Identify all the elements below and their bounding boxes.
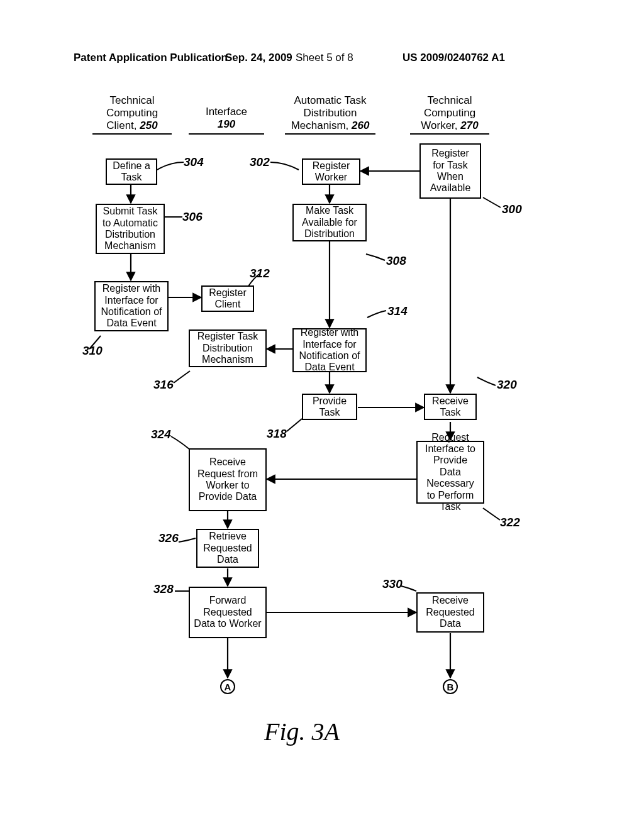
box-request-interface: Request Interface to Provide Data Necess… bbox=[416, 441, 484, 504]
box-receive-task: Receive Task bbox=[424, 394, 477, 420]
header-publication: Patent Application Publication bbox=[74, 52, 228, 64]
ref-326: 326 bbox=[158, 531, 179, 545]
header-number: US 2009/0240762 A1 bbox=[402, 52, 505, 64]
ref-320: 320 bbox=[497, 378, 517, 392]
box-forward-data: Forward Requested Data to Worker bbox=[189, 587, 267, 638]
lane-mechanism-header: Automatic Task Distribution Mechanism, 2… bbox=[283, 94, 377, 132]
header-date: Sep. 24, 2009 bbox=[225, 52, 292, 64]
lane-interface-title: Interface bbox=[206, 106, 247, 118]
box-retrieve-data: Retrieve Requested Data bbox=[196, 529, 259, 568]
box-define-task: Define a Task bbox=[106, 158, 157, 185]
lane-mechanism-underline bbox=[285, 133, 375, 135]
ref-330: 330 bbox=[382, 577, 402, 591]
lane-interface-num: 190 bbox=[218, 118, 235, 130]
ref-310: 310 bbox=[82, 344, 103, 358]
ref-322: 322 bbox=[500, 516, 520, 529]
box-provide-task: Provide Task bbox=[302, 394, 357, 420]
ref-300: 300 bbox=[502, 202, 522, 216]
lane-worker-underline bbox=[410, 133, 489, 135]
figure-caption: Fig. 3A bbox=[264, 717, 340, 746]
ref-316: 316 bbox=[153, 378, 174, 392]
connector-b: B bbox=[443, 679, 458, 694]
box-register-client: Register Client bbox=[201, 285, 254, 312]
ref-304: 304 bbox=[184, 155, 204, 169]
box-register-worker: Register Worker bbox=[302, 158, 360, 185]
lane-mechanism-num: 260 bbox=[352, 119, 369, 131]
box-register-for-task: Register for Task When Available bbox=[419, 143, 481, 199]
ref-328: 328 bbox=[153, 582, 174, 596]
box-receive-request: Receive Request from Worker to Provide D… bbox=[189, 448, 267, 511]
ref-324: 324 bbox=[151, 428, 171, 441]
box-client-register-interface: Register with Interface for Notification… bbox=[94, 281, 169, 331]
header-sheet: Sheet 5 of 8 bbox=[296, 52, 353, 64]
box-submit-task: Submit Task to Automatic Distribution Me… bbox=[96, 204, 165, 254]
ref-314: 314 bbox=[387, 304, 408, 318]
box-receive-data: Receive Requested Data bbox=[416, 592, 484, 633]
box-mech-register-interface: Register with Interface for Notification… bbox=[292, 328, 367, 372]
ref-302: 302 bbox=[250, 155, 270, 169]
lane-client-num: 250 bbox=[140, 119, 157, 131]
ref-306: 306 bbox=[182, 210, 203, 224]
lane-worker-num: 270 bbox=[460, 119, 478, 131]
ref-318: 318 bbox=[267, 427, 287, 441]
box-make-task-available: Make Task Available for Distribution bbox=[292, 204, 367, 241]
box-register-task-dist-mech: Register Task Distribution Mechanism bbox=[189, 329, 267, 367]
lane-client-underline bbox=[92, 133, 172, 135]
page: Patent Application Publication Sep. 24, … bbox=[0, 0, 644, 830]
ref-312: 312 bbox=[250, 267, 270, 280]
connector-a: A bbox=[220, 679, 235, 694]
lane-client-header: Technical Computing Client, 250 bbox=[94, 94, 170, 132]
lane-interface-underline bbox=[189, 133, 264, 135]
ref-308: 308 bbox=[386, 254, 406, 268]
lane-interface-header: Interface 190 bbox=[189, 106, 264, 131]
lane-worker-header: Technical Computing Worker, 270 bbox=[412, 94, 487, 132]
